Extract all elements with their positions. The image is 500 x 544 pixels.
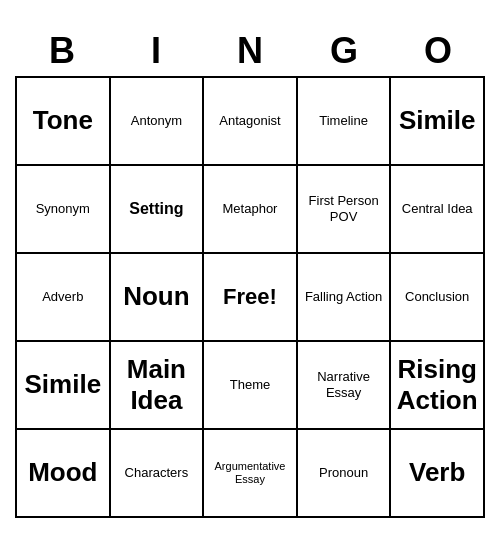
cell-r3-c0: Simile xyxy=(17,342,111,430)
cell-text-r3-c2: Theme xyxy=(230,377,270,393)
cell-text-r4-c4: Verb xyxy=(409,457,465,488)
cell-r2-c3: Falling Action xyxy=(298,254,392,342)
cell-text-r3-c0: Simile xyxy=(25,369,102,400)
header-letter: G xyxy=(297,26,391,76)
cell-text-r3-c1: Main Idea xyxy=(116,354,198,416)
cell-r0-c0: Tone xyxy=(17,78,111,166)
cell-text-r2-c1: Noun xyxy=(123,281,189,312)
cell-r1-c3: First Person POV xyxy=(298,166,392,254)
cell-text-r0-c4: Simile xyxy=(399,105,476,136)
cell-r4-c0: Mood xyxy=(17,430,111,518)
cell-r2-c2: Free! xyxy=(204,254,298,342)
bingo-grid: ToneAntonymAntagonistTimelineSimileSynon… xyxy=(15,76,485,518)
cell-r3-c1: Main Idea xyxy=(111,342,205,430)
cell-r1-c2: Metaphor xyxy=(204,166,298,254)
cell-text-r1-c4: Central Idea xyxy=(402,201,473,217)
cell-r2-c1: Noun xyxy=(111,254,205,342)
cell-text-r1-c1: Setting xyxy=(129,199,183,218)
cell-text-r0-c0: Tone xyxy=(33,105,93,136)
cell-r0-c4: Simile xyxy=(391,78,485,166)
cell-text-r2-c2: Free! xyxy=(223,284,277,310)
cell-text-r1-c3: First Person POV xyxy=(303,193,385,224)
cell-r0-c1: Antonym xyxy=(111,78,205,166)
cell-r4-c4: Verb xyxy=(391,430,485,518)
cell-text-r4-c3: Pronoun xyxy=(319,465,368,481)
cell-text-r0-c2: Antagonist xyxy=(219,113,280,129)
cell-text-r3-c4: Rising Action xyxy=(396,354,478,416)
cell-text-r3-c3: Narrative Essay xyxy=(303,369,385,400)
header-letter: I xyxy=(109,26,203,76)
cell-r4-c2: Argumentative Essay xyxy=(204,430,298,518)
header-letter: B xyxy=(15,26,109,76)
cell-text-r2-c0: Adverb xyxy=(42,289,83,305)
cell-r2-c0: Adverb xyxy=(17,254,111,342)
cell-text-r4-c2: Argumentative Essay xyxy=(209,460,291,486)
cell-r3-c4: Rising Action xyxy=(391,342,485,430)
header-letter: O xyxy=(391,26,485,76)
bingo-card: BINGO ToneAntonymAntagonistTimelineSimil… xyxy=(15,26,485,518)
cell-text-r2-c3: Falling Action xyxy=(305,289,382,305)
cell-text-r1-c0: Synonym xyxy=(36,201,90,217)
cell-r1-c1: Setting xyxy=(111,166,205,254)
cell-text-r4-c1: Characters xyxy=(125,465,189,481)
header-letter: N xyxy=(203,26,297,76)
cell-text-r0-c3: Timeline xyxy=(319,113,368,129)
cell-text-r4-c0: Mood xyxy=(28,457,97,488)
cell-text-r1-c2: Metaphor xyxy=(223,201,278,217)
cell-r0-c3: Timeline xyxy=(298,78,392,166)
cell-r1-c4: Central Idea xyxy=(391,166,485,254)
cell-r2-c4: Conclusion xyxy=(391,254,485,342)
cell-r4-c3: Pronoun xyxy=(298,430,392,518)
cell-text-r2-c4: Conclusion xyxy=(405,289,469,305)
cell-r0-c2: Antagonist xyxy=(204,78,298,166)
cell-r3-c3: Narrative Essay xyxy=(298,342,392,430)
cell-r4-c1: Characters xyxy=(111,430,205,518)
cell-r3-c2: Theme xyxy=(204,342,298,430)
cell-text-r0-c1: Antonym xyxy=(131,113,182,129)
bingo-header: BINGO xyxy=(15,26,485,76)
cell-r1-c0: Synonym xyxy=(17,166,111,254)
